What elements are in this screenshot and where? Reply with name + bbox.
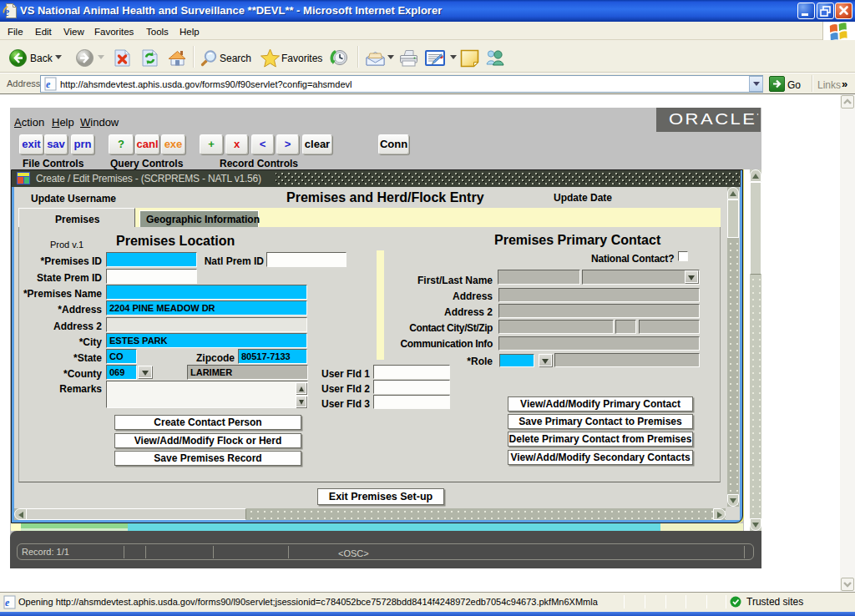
svg-text:e: e: [5, 597, 10, 608]
svg-text:e: e: [46, 78, 51, 90]
